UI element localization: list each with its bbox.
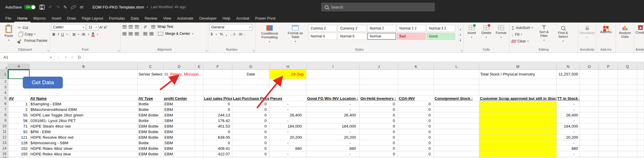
cell-P10[interactable] (599, 123, 618, 129)
get-data-button[interactable]: Get Data (23, 77, 63, 88)
menu-tab-acrobat[interactable]: Acrobat (233, 14, 252, 23)
cell-E10[interactable] (195, 123, 203, 129)
cell-I16[interactable] (306, 157, 360, 158)
cell-J6[interactable]: 0 (360, 101, 398, 107)
cell-H16[interactable] (270, 157, 306, 158)
fill-button[interactable]: ↓ Fill▾ (511, 31, 534, 37)
menu-tab-automate[interactable]: Automate (174, 14, 196, 23)
cell-F6[interactable]: 0 (203, 101, 232, 107)
cell-D9[interactable]: SBM (163, 118, 195, 123)
row-header-10[interactable]: 10 (0, 123, 8, 129)
cell-B15[interactable]: HDPE Ridex 48oz blue (30, 151, 138, 157)
save-icon[interactable] (40, 5, 45, 10)
menu-tab-formulas[interactable]: Formulas (106, 14, 128, 23)
cell-B4[interactable] (30, 90, 138, 96)
align-right-icon[interactable] (135, 32, 139, 35)
menu-tab-page-layout[interactable]: Page Layout (79, 14, 106, 23)
italic-button[interactable]: I (57, 32, 59, 37)
cell-J2[interactable] (360, 79, 398, 85)
cell-I9[interactable]: - (306, 118, 360, 123)
cell-M4[interactable] (479, 90, 557, 96)
cell-B9[interactable]: 0291881- Lysol 28oz PET (30, 118, 138, 123)
cell-C1[interactable]: Server Select (138, 70, 163, 79)
menu-tab-home[interactable]: Home (14, 14, 30, 23)
cell-B8[interactable]: HDPE Law Toggle 28oz green (30, 112, 138, 118)
column-header-C[interactable]: C (138, 63, 163, 70)
cell-D8[interactable]: EBM (163, 112, 195, 118)
cell-P9[interactable] (599, 118, 618, 123)
conditional-formatting-button[interactable]: Conditional Formatting▾ (257, 24, 282, 44)
cell-A11[interactable]: 92 (8, 129, 30, 135)
cell-A4[interactable] (8, 90, 30, 96)
enter-icon[interactable]: ✓ (69, 55, 76, 59)
format-as-table-button[interactable]: Format as Table▾ (284, 24, 306, 43)
cell-K4[interactable] (398, 90, 434, 96)
copy-button[interactable]: Copy▾ (17, 31, 48, 37)
cell-Q15[interactable] (618, 151, 637, 157)
cell-E16[interactable] (195, 157, 203, 158)
column-header-A[interactable]: A (8, 63, 30, 70)
cell-G1[interactable]: Date (232, 70, 270, 79)
cell-L2[interactable] (434, 79, 479, 85)
cell-K1[interactable] (398, 70, 434, 79)
cell-style-normal-2-2[interactable]: Normal 2 2 (397, 25, 426, 32)
row-header-5[interactable]: 5 (0, 96, 8, 101)
cell-J7[interactable]: 0 (360, 107, 398, 112)
cell-A5[interactable]: AV (8, 96, 30, 101)
merge-center-button[interactable]: Merge & Center (165, 32, 190, 36)
cell-P13[interactable] (599, 140, 618, 146)
cell-M7[interactable] (479, 107, 557, 112)
cell-Q4[interactable] (618, 90, 637, 96)
column-header-K[interactable]: K (398, 63, 434, 70)
styles-dialog-launcher-icon[interactable]: ↘ (460, 49, 463, 52)
autosave-switch[interactable]: On (24, 5, 36, 10)
wrap-text-button[interactable]: Wrap Text (157, 25, 173, 29)
cell-K3[interactable] (398, 85, 434, 90)
cell-style-normal[interactable]: Normal (367, 33, 396, 40)
cell-M9[interactable] (479, 118, 557, 123)
column-header-I[interactable]: I (306, 63, 360, 70)
cell-B10[interactable]: HDPE Steam 48oz red (30, 123, 138, 129)
column-header-D[interactable]: D (163, 63, 195, 70)
cell-H1[interactable]: 29-Sep (270, 70, 306, 79)
addins-button[interactable]: Add-ins (597, 24, 614, 34)
cell-J1[interactable] (360, 70, 398, 79)
cell-C8[interactable]: EBM Bottle (138, 112, 163, 118)
cell-M1[interactable]: Total Stock / Physical Invenotry (479, 70, 557, 79)
cell-B14[interactable]: HDPE Ridex 48oz silver (30, 146, 138, 151)
cell-F9[interactable]: 176.42 (203, 118, 232, 123)
cell-O9[interactable] (580, 118, 599, 123)
cell-F16[interactable] (203, 157, 232, 158)
menu-tab-file[interactable]: File (2, 14, 14, 23)
cell-B12[interactable]: HDPE Resolve 96oz red (30, 135, 138, 140)
menu-tab-draw[interactable]: Draw (64, 14, 79, 23)
orientation-icon[interactable]: ab (143, 24, 148, 29)
column-header-N[interactable]: N (557, 63, 580, 70)
cell-A6[interactable]: 1 (8, 101, 30, 107)
cell-H7[interactable]: - (270, 107, 306, 112)
cell-Q12[interactable] (618, 135, 637, 140)
cell-M8[interactable] (479, 112, 557, 118)
cell-A16[interactable] (8, 157, 30, 158)
wrap-text-icon[interactable] (151, 25, 155, 28)
cell-J8[interactable]: 0 (360, 112, 398, 118)
sensitivity-button[interactable]: Sensitivity▾ (579, 24, 595, 39)
name-box-dropdown-icon[interactable]: ▾ (50, 56, 52, 59)
find-select-button[interactable]: Find & Select▾ (554, 24, 572, 43)
cell-H8[interactable]: 26,400 (270, 112, 306, 118)
cell-E5[interactable] (195, 96, 203, 101)
redo-icon[interactable]: ↷ (56, 5, 60, 9)
cell-K5[interactable]: COA-INV (398, 96, 434, 101)
row-header-9[interactable]: 9 (0, 118, 8, 123)
cell-I5[interactable]: Good FG W/o INV Location : (306, 96, 360, 101)
menu-tab-help[interactable]: Help (219, 14, 233, 23)
cell-O1[interactable] (580, 70, 599, 79)
increase-decimal-icon[interactable]: ←.0 (230, 33, 235, 36)
cell-N15[interactable]: - (557, 151, 580, 157)
cell-B13[interactable]: $Abmusterung - SBM (30, 140, 138, 146)
cell-P15[interactable] (599, 151, 618, 157)
cell-I4[interactable] (306, 90, 360, 96)
cell-style-normal-5[interactable]: Normal 5 (338, 33, 367, 40)
cell-G13[interactable]: 0 (232, 140, 270, 146)
cell-P6[interactable] (599, 101, 618, 107)
